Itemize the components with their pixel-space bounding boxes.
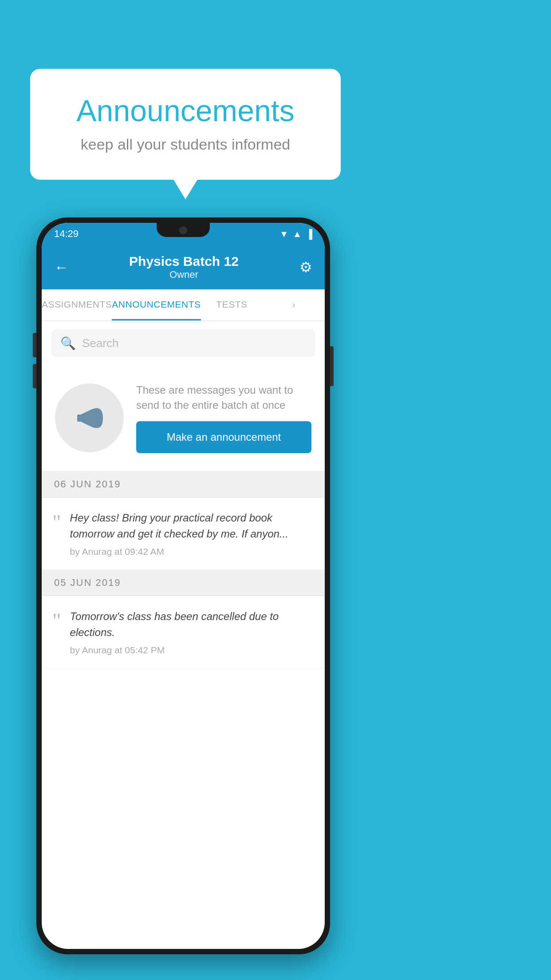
message-meta-1: by Anurag at 09:42 AM	[70, 546, 312, 557]
message-text-1: Hey class! Bring your practical record b…	[70, 510, 312, 542]
phone-notch	[157, 223, 210, 237]
search-input[interactable]: Search	[82, 336, 118, 350]
app-header: ← Physics Batch 12 Owner ⚙	[42, 245, 325, 289]
tab-more[interactable]: ›	[263, 289, 325, 320]
header-subtitle: Owner	[129, 269, 239, 281]
phone-mockup: 14:29 ▼ ▲ ▐ ← Physics Batch 12 Owner ⚙	[36, 217, 330, 954]
message-content-2: Tomorrow's class has been cancelled due …	[70, 609, 312, 656]
search-bar[interactable]: 🔍 Search	[51, 329, 315, 357]
settings-icon[interactable]: ⚙	[299, 259, 312, 276]
volume-up-button	[33, 333, 36, 357]
search-container: 🔍 Search	[42, 321, 325, 365]
bubble-subtitle: keep all your students informed	[57, 136, 314, 153]
date-separator-1: 06 JUN 2019	[42, 471, 325, 498]
bubble-card: Announcements keep all your students inf…	[30, 69, 341, 180]
announcement-item-1[interactable]: " Hey class! Bring your practical record…	[42, 498, 325, 570]
header-center: Physics Batch 12 Owner	[129, 254, 239, 281]
quote-icon-2: "	[52, 610, 61, 632]
cta-description: These are messages you want to send to t…	[136, 383, 311, 412]
search-icon: 🔍	[60, 336, 76, 351]
message-meta-2: by Anurag at 05:42 PM	[70, 645, 312, 656]
volume-down-button	[33, 364, 36, 388]
svg-rect-1	[77, 415, 82, 422]
back-button[interactable]: ←	[54, 259, 68, 276]
battery-icon: ▐	[306, 229, 312, 239]
announcement-item-2[interactable]: " Tomorrow's class has been cancelled du…	[42, 596, 325, 668]
tab-tests[interactable]: TESTS	[201, 289, 263, 320]
status-time: 14:29	[54, 228, 79, 240]
date-separator-2: 05 JUN 2019	[42, 570, 325, 596]
status-icons: ▼ ▲ ▐	[279, 229, 312, 239]
cta-content: These are messages you want to send to t…	[136, 383, 311, 453]
front-camera	[179, 226, 187, 234]
phone-outer: 14:29 ▼ ▲ ▐ ← Physics Batch 12 Owner ⚙	[36, 217, 330, 954]
message-text-2: Tomorrow's class has been cancelled due …	[70, 609, 312, 640]
phone-screen: 14:29 ▼ ▲ ▐ ← Physics Batch 12 Owner ⚙	[42, 223, 325, 949]
announcement-icon-circle	[55, 383, 124, 452]
megaphone-icon	[72, 400, 107, 436]
speech-bubble-card: Announcements keep all your students inf…	[30, 69, 341, 180]
announcement-cta: These are messages you want to send to t…	[42, 365, 325, 471]
bubble-title: Announcements	[57, 93, 314, 128]
tab-assignments[interactable]: ASSIGNMENTS	[42, 289, 112, 320]
signal-icon: ▲	[293, 229, 302, 239]
wifi-icon: ▼	[279, 229, 288, 239]
message-content-1: Hey class! Bring your practical record b…	[70, 510, 312, 557]
header-title: Physics Batch 12	[129, 254, 239, 269]
make-announcement-button[interactable]: Make an announcement	[136, 421, 311, 453]
tabs-bar: ASSIGNMENTS ANNOUNCEMENTS TESTS ›	[42, 289, 325, 321]
power-button	[330, 346, 334, 386]
quote-icon-1: "	[52, 512, 61, 533]
svg-marker-0	[81, 409, 92, 427]
tab-announcements[interactable]: ANNOUNCEMENTS	[112, 289, 201, 320]
